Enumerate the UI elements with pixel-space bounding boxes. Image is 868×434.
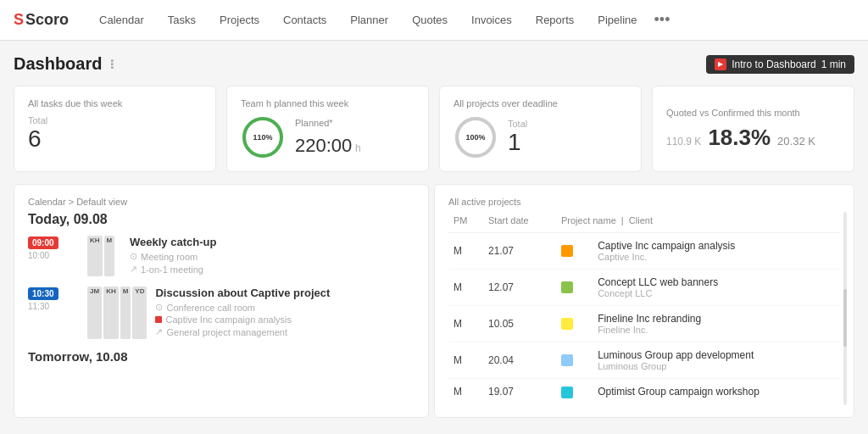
intro-label: Intro to Dashboard <box>732 58 815 70</box>
row-pm-3: M <box>448 306 483 342</box>
event-2-location-text: Conference call room <box>166 303 255 313</box>
row-start-4: 20.04 <box>483 342 556 379</box>
scrollbar-thumb[interactable] <box>843 289 847 347</box>
row-name-5: Optimist Group campaign workshop <box>593 379 840 405</box>
event-1-avatars: KH M <box>87 236 121 276</box>
row-pm-5: M <box>448 379 483 405</box>
projects-deadline-label: All projects over deadline <box>453 98 627 108</box>
event-1-time-badge: 09:00 <box>28 236 58 249</box>
event-1-title: Weekly catch-up <box>130 236 415 248</box>
nav-calendar[interactable]: Calendar <box>89 8 154 31</box>
logo-text: Scoro <box>25 11 69 29</box>
event-1-location-text: Meeting room <box>141 252 198 262</box>
scrollbar-track[interactable] <box>843 212 847 405</box>
tasks-card-label: All tasks due this week <box>28 98 202 108</box>
bottom-section: Calendar > Default view Today, 09.08 09:… <box>14 184 854 418</box>
intro-link[interactable]: ▶ Intro to Dashboard 1 min <box>706 55 854 74</box>
intro-time: 1 min <box>821 58 846 70</box>
event-2-link-text: General project management <box>166 327 287 337</box>
projects-table-container: PM Start date Project name | Client M 21… <box>448 212 840 405</box>
projects-deadline-card: All projects over deadline 100% Total 1 <box>439 86 642 172</box>
projects-circle-container: 100% <box>453 115 498 159</box>
nav-contacts[interactable]: Contacts <box>273 8 337 31</box>
tasks-card: All tasks due this week Total 6 <box>14 86 216 172</box>
team-circle-container: 110% <box>241 115 285 159</box>
event-2-link: ↗ General project management <box>155 326 415 337</box>
tasks-card-value: 6 <box>28 125 202 153</box>
projects-label: All active projects <box>448 197 840 207</box>
nav-pipeline[interactable]: Pipeline <box>587 8 647 31</box>
row-name-3: Fineline Inc rebranding Fineline Inc. <box>593 306 840 342</box>
event-2-details: Discussion about Captive project ⊙ Confe… <box>155 287 415 339</box>
table-row: M 20.04 Luminous Group app development L… <box>448 342 840 379</box>
project-client-2: Concept LLC <box>598 288 835 298</box>
project-name-2: Concept LLC web banners <box>598 276 835 288</box>
project-name-1: Captive Inc campaign analysis <box>598 240 835 252</box>
nav-more-button[interactable]: ••• <box>648 8 677 32</box>
project-client-1: Captive Inc. <box>598 252 835 262</box>
team-planned-unit: h <box>355 142 361 154</box>
event-2-tag-text: Captive Inc campaign analysis <box>165 314 292 325</box>
project-color-dot-3 <box>561 318 573 330</box>
quoted-left-value: 110.9 K <box>666 136 701 147</box>
avatar-yd: YD <box>132 287 147 339</box>
row-color-5 <box>556 379 593 405</box>
project-color-dot-5 <box>561 387 573 398</box>
table-row: M 12.07 Concept LLC web banners Concept … <box>448 270 840 306</box>
row-start-5: 19.07 <box>483 379 556 405</box>
nav-tasks[interactable]: Tasks <box>158 8 206 31</box>
project-client-3: Fineline Inc. <box>598 325 835 335</box>
team-planned-label: Planned* <box>295 118 361 128</box>
nav-planner[interactable]: Planner <box>340 8 398 31</box>
team-card-label: Team h planned this week <box>241 98 415 108</box>
event-1-details: Weekly catch-up ⊙ Meeting room ↗ 1-on-1 … <box>130 236 415 276</box>
event-2-location: ⊙ Conference call room <box>155 302 415 313</box>
project-name-3: Fineline Inc rebranding <box>598 313 835 325</box>
projects-table-header-row: PM Start date Project name | Client <box>448 212 840 233</box>
nav-quotes[interactable]: Quotes <box>402 8 458 31</box>
table-row: M 21.07 Captive Inc campaign analysis Ca… <box>448 233 840 270</box>
event-2-time-end: 11:30 <box>28 302 79 311</box>
nav-invoices[interactable]: Invoices <box>461 8 522 31</box>
dashboard-title: Dashboard <box>14 54 102 74</box>
link-icon: ↗ <box>130 264 137 275</box>
project-color-dot-1 <box>561 245 573 257</box>
location-icon-2: ⊙ <box>155 302 163 313</box>
tasks-card-sub: Total <box>28 115 202 125</box>
row-color-3 <box>556 306 593 342</box>
avatar-kh: KH <box>87 236 103 276</box>
row-start-1: 21.07 <box>483 233 556 270</box>
projects-total-sub: Total <box>508 119 527 129</box>
project-color-dot-4 <box>561 354 573 366</box>
nav-items: Calendar Tasks Projects Contacts Planner… <box>89 8 648 31</box>
event-1-time-end: 10:00 <box>28 251 79 260</box>
logo[interactable]: S Scoro <box>14 11 69 29</box>
quoted-card: Quoted vs Confirmed this month 110.9 K 1… <box>652 86 854 172</box>
filter-icon[interactable]: ⫶ <box>108 57 115 72</box>
event-1: 09:00 10:00 KH M Weekly catch-up ⊙ Meeti… <box>28 236 415 276</box>
event-2: 10:30 11:30 JM KH M YD Discussion about … <box>28 287 415 339</box>
quoted-row: 110.9 K 18.3% 20.32 K <box>666 125 840 151</box>
projects-total-value: 1 <box>508 129 527 156</box>
location-icon: ⊙ <box>130 251 137 262</box>
projects-total-group: Total 1 <box>508 119 527 156</box>
event-1-link: ↗ 1-on-1 meeting <box>130 264 415 275</box>
link-icon-2: ↗ <box>155 326 163 337</box>
projects-table-body: M 21.07 Captive Inc campaign analysis Ca… <box>448 233 840 405</box>
event-2-title: Discussion about Captive project <box>155 287 415 299</box>
row-name-2: Concept LLC web banners Concept LLC <box>593 270 840 306</box>
row-name-4: Luminous Group app development Luminous … <box>593 342 840 379</box>
play-icon: ▶ <box>715 58 726 70</box>
projects-circle-label: 100% <box>465 134 485 142</box>
calendar-section: Calendar > Default view Today, 09.08 09:… <box>14 184 429 418</box>
nav-reports[interactable]: Reports <box>526 8 585 31</box>
navigation: S Scoro Calendar Tasks Projects Contacts… <box>0 0 868 41</box>
col-project-client: Project name | Client <box>556 212 840 233</box>
nav-projects[interactable]: Projects <box>209 8 270 31</box>
project-color-dot-2 <box>561 281 573 293</box>
row-start-3: 10.05 <box>483 306 556 342</box>
logo-icon: S <box>14 11 24 29</box>
dashboard-title-group: Dashboard ⫶ <box>14 54 115 74</box>
project-name-5: Optimist Group campaign workshop <box>598 386 835 398</box>
team-planned-value: 220:00 <box>295 135 352 156</box>
